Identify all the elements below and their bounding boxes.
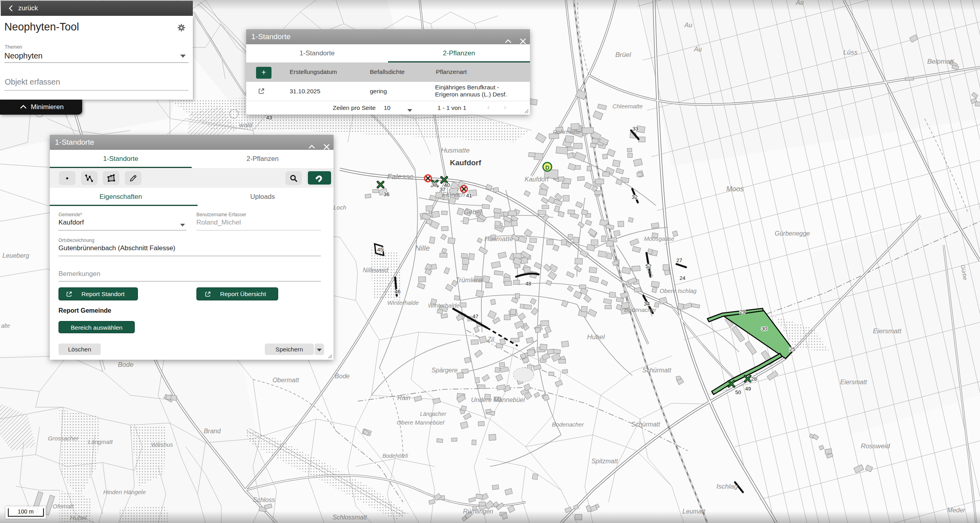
svg-text:Trümlere: Trümlere [456,276,482,284]
svg-text:Gebel: Gebel [464,208,482,216]
svg-text:Au: Au [684,22,692,28]
svg-text:34: 34 [644,301,650,307]
svg-text:Bodenacher: Bodenacher [624,306,657,313]
svg-text:Moosgasse: Moosgasse [644,235,675,242]
svg-text:D: D [545,164,549,171]
svg-text:Rain: Rain [398,395,411,401]
svg-text:Obermatt: Obermatt [273,377,299,383]
svg-text:38: 38 [431,182,437,188]
svg-text:41: 41 [466,193,472,198]
svg-text:Bode: Bode [118,361,134,368]
svg-text:47: 47 [472,313,478,319]
svg-text:Schloss: Schloss [253,497,275,503]
svg-text:Leueberg: Leueberg [2,252,29,259]
svg-text:Winterhalde: Winterhalde [387,299,419,306]
svg-text:Brüel: Brüel [615,51,631,59]
svg-text:25: 25 [789,346,795,352]
svg-text:Leumatt: Leumatt [682,508,705,515]
svg-text:Längmatt: Längmatt [88,438,113,445]
svg-text:Rossweid: Rossweid [861,442,890,450]
svg-text:alte: alte [1,323,10,329]
svg-text:Gürbenegge: Gürbenegge [775,230,810,237]
svg-text:Obere Mannebüel: Obere Mannebüel [397,419,445,426]
svg-text:Au: Au [694,46,702,53]
svg-text:48: 48 [525,281,531,287]
svg-text:36: 36 [383,191,389,197]
svg-text:Eiersmatt: Eiersmatt [873,327,902,335]
svg-text:Husmatte: Husmatte [484,235,513,243]
svg-text:Winterhalde: Winterhalde [428,302,460,309]
svg-text:43: 43 [266,115,272,121]
svg-text:40: 40 [444,182,450,188]
svg-text:Flüeach: Flüeach [443,191,465,198]
svg-text:Zil: Zil [487,336,494,343]
svg-text:Spärgere: Spärgere [432,367,458,374]
svg-text:50: 50 [735,389,741,395]
svg-text:Längacher: Längacher [420,411,447,417]
svg-text:Schürmatt: Schürmatt [643,367,671,374]
svg-text:Kaufdorf: Kaufdorf [450,159,481,167]
svg-text:Bode: Bode [335,373,349,380]
svg-text:33: 33 [632,126,638,132]
svg-text:Husmatte: Husmatte [441,147,470,154]
svg-text:24: 24 [679,275,686,281]
svg-text:Rümlingen: Rümlingen [463,508,494,515]
svg-text:Schlossmatt: Schlossmatt [332,514,367,521]
svg-text:Grossacher: Grossacher [48,435,79,442]
svg-text:30: 30 [761,326,767,332]
svg-text:Obere Ischlag: Obere Ischlag [660,287,697,294]
svg-text:32: 32 [631,194,637,200]
svg-text:Ofematt: Ofematt [53,503,74,510]
svg-text:45: 45 [377,247,383,253]
svg-text:Spitzmatt: Spitzmatt [592,458,618,464]
svg-text:Belpmatt: Belpmatt [927,58,954,65]
svg-text:Schürmatt: Schürmatt [631,421,660,428]
svg-text:Au: Au [795,0,804,6]
svg-text:Bodenacher: Bodenacher [552,421,584,428]
svg-text:Wilishus: Wilishus [151,441,173,448]
svg-text:Undere Mannebüel: Undere Mannebüel [471,396,525,403]
svg-text:Ischlag: Ischlag [716,483,738,490]
svg-text:Nilleweid: Nilleweid [363,267,388,274]
svg-text:27: 27 [676,257,682,263]
svg-text:Meder: Meder [947,507,965,514]
svg-text:Falesse: Falesse [387,172,414,181]
svg-text:Moos: Moos [726,185,744,193]
svg-text:46: 46 [394,289,400,295]
svg-text:wald: wald [239,122,253,128]
svg-text:Eiersmatt: Eiersmatt [840,379,867,385]
svg-text:Bodehölzli: Bodehölzli [383,453,408,459]
svg-text:Kaufdorf: Kaufdorf [525,176,549,183]
svg-text:49: 49 [745,386,751,392]
svg-text:Loch: Loch [334,204,347,211]
svg-text:Hubel: Hubel [587,333,605,341]
svg-text:Brand: Brand [204,428,221,434]
svg-text:29: 29 [739,309,745,315]
svg-text:Hinden Hängele: Hinden Hängele [103,489,146,495]
svg-text:Chleematte: Chleematte [612,103,643,110]
svg-text:Lüss: Lüss [843,49,858,56]
svg-text:Nille: Nille [415,244,430,252]
svg-text:Hubel: Hubel [70,515,87,521]
svg-text:28: 28 [751,376,757,382]
svg-text:Rohrmatte: Rohrmatte [553,128,580,135]
